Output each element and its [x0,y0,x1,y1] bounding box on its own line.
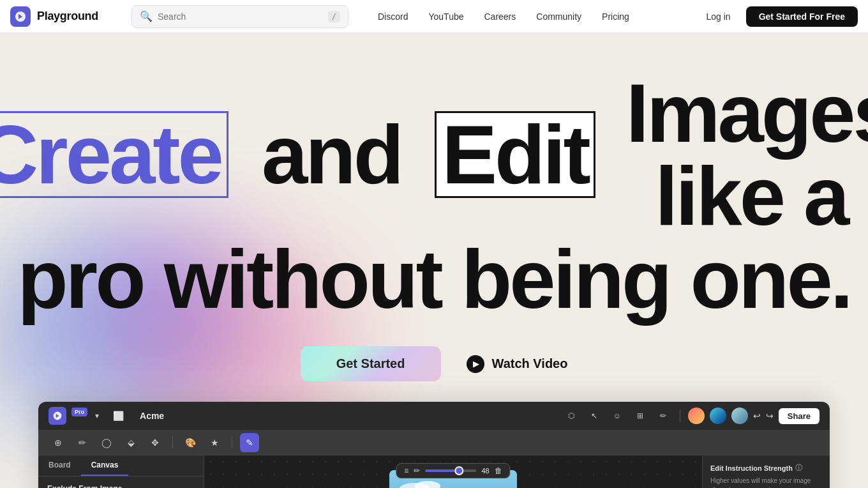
hero-word-edit: Edit [435,111,595,198]
nav-link-youtube[interactable]: YouTube [419,8,472,26]
exclude-title: Exclude From Image [47,484,195,488]
edit-instruction-desc: Higher values will make your image close… [710,477,822,488]
nav-link-discord[interactable]: Discord [369,8,417,26]
copy-icon[interactable]: ⬜ [109,407,127,425]
watch-video-label: Watch Video [492,356,568,371]
app-toolbar: ⊕ ✏ ◯ ⬙ ✥ 🎨 ★ ✎ [38,430,830,455]
tab-board[interactable]: Board [38,455,81,476]
right-panel: Edit Instruction Strength ⓘ Higher value… [702,455,830,488]
hero-line2: pro without being one. [13,238,855,321]
project-name: Acme [140,411,164,421]
tool-brush[interactable]: ✏ [73,433,92,452]
app-screenshot: Pro ▾ ⬜ Acme ⬡ ↖ ☺ ⊞ ✏ ↩ ↪ Share [38,402,830,488]
tool-select[interactable]: ⊕ [49,433,68,452]
brush-slider[interactable] [425,469,476,472]
hero-section: Create and Edit Images like a pro withou… [0,33,868,488]
app-topbar: Pro ▾ ⬜ Acme ⬡ ↖ ☺ ⊞ ✏ ↩ ↪ Share [38,402,830,430]
brush-delete-icon[interactable]: 🗑 [495,466,502,475]
tool-fill[interactable]: ⬙ [121,433,140,452]
hero-word-pro: pro without being one. [17,238,851,321]
tool-edit-active[interactable]: ✎ [240,433,259,452]
separator [680,409,680,422]
login-link[interactable]: Log in [698,8,738,26]
pro-badge: Pro [71,408,87,416]
grid-icon[interactable]: ⊞ [631,407,649,425]
search-shortcut: / [328,11,340,22]
hero-buttons: Get Started ▶ Watch Video [13,346,855,381]
app-body: Board Canvas Exclude From Image Describe… [38,455,830,488]
share-icon-1[interactable]: ⬡ [562,407,580,425]
info-icon: ⓘ [795,463,802,473]
brush-slider-thumb [455,466,464,475]
search-bar[interactable]: 🔍 / [131,5,348,28]
nav-link-pricing[interactable]: Pricing [593,8,638,26]
brush-bar: ≡ ✏ 48 🗑 [396,463,510,478]
redo-icon[interactable]: ↪ [766,411,774,421]
hero-line1: Create and Edit Images like a [13,72,855,238]
app-canvas: ≡ ✏ 48 🗑 [204,455,702,488]
tool-color[interactable]: 🎨 [181,433,200,452]
get-started-free-button[interactable]: Get Started For Free [746,6,858,27]
logo-icon [10,6,31,27]
hero-word-and: and [241,113,422,196]
topbar-right: ⬡ ↖ ☺ ⊞ ✏ ↩ ↪ Share [562,407,819,425]
hero-word-create: Create [0,111,228,198]
emoji-icon[interactable]: ☺ [608,407,626,425]
brush-bar-icon1: ≡ [404,466,408,475]
avatar-2 [710,408,726,424]
logo-text: Playground [37,10,98,23]
get-started-button[interactable]: Get Started [301,346,441,381]
avatar-3 [731,408,748,424]
undo-icon[interactable]: ↩ [753,411,761,421]
tool-effects[interactable]: ★ [205,433,224,452]
topbar-dropdown-arrow[interactable]: ▾ [95,411,99,420]
brush2-icon[interactable]: ✏ [654,407,672,425]
avatar-1 [688,408,705,424]
share-button[interactable]: Share [779,408,819,424]
brush-bar-icon2: ✏ [414,466,420,475]
brush-slider-fill [425,469,456,472]
nav-logo[interactable]: Playground [10,6,131,27]
left-panel: Board Canvas Exclude From Image Describe… [38,455,204,488]
app-logo-svg [52,411,63,421]
nav-link-careers[interactable]: Careers [475,8,525,26]
topbar-icons: ⬜ [109,407,127,425]
tool-eraser[interactable]: ◯ [97,433,116,452]
search-icon: 🔍 [140,10,153,22]
tool-separator-2 [232,436,232,449]
search-input[interactable] [158,11,323,22]
nav-links: Discord YouTube Careers Community Pricin… [369,8,698,26]
tool-separator-1 [172,436,173,449]
play-icon: ▶ [467,355,484,373]
nav-actions: Log in Get Started For Free [698,6,858,27]
logo-svg [14,10,27,23]
tool-move[interactable]: ✥ [146,433,165,452]
watch-video-button[interactable]: ▶ Watch Video [467,355,568,373]
tab-canvas[interactable]: Canvas [81,455,129,476]
cursor-icon[interactable]: ↖ [585,407,603,425]
hero-word-images: Images like a [606,72,868,238]
edit-instruction-label: Edit Instruction Strength [710,464,793,472]
panel-content: Exclude From Image Describe details you … [38,477,204,488]
app-logo-small [49,407,66,425]
panel-tabs: Board Canvas [38,455,204,477]
brush-value: 48 [481,467,489,475]
edit-instruction-title: Edit Instruction Strength ⓘ [710,463,822,473]
nav-link-community[interactable]: Community [527,8,590,26]
navbar: Playground 🔍 / Discord YouTube Careers C… [0,0,868,33]
hero-headline: Create and Edit Images like a pro withou… [13,72,855,321]
